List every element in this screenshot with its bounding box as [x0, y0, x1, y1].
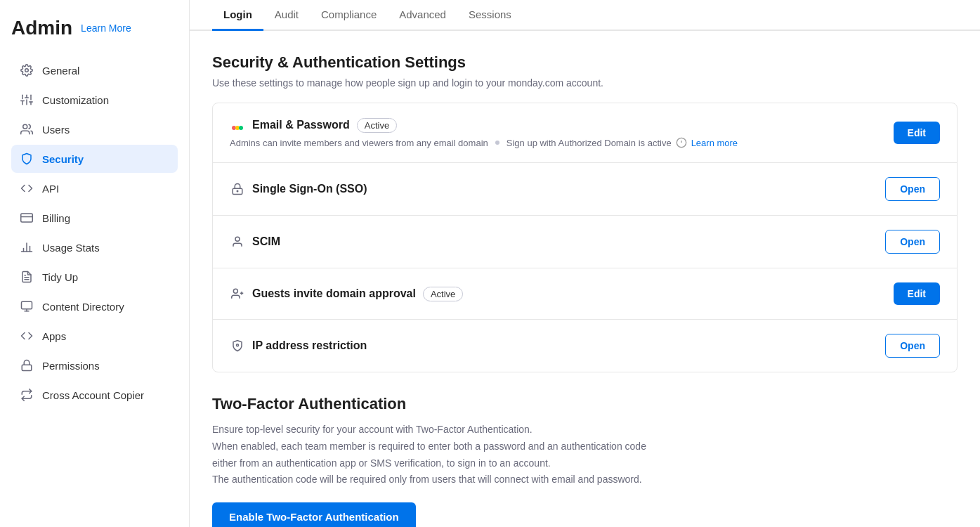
separator-dot [495, 141, 499, 145]
sidebar-item-customization[interactable]: Customization [11, 86, 178, 114]
open-scim-button[interactable]: Open [885, 230, 940, 254]
edit-guests-invite-button[interactable]: Edit [894, 282, 940, 305]
settings-row-left-sso: Single Sign-On (SSO) [230, 181, 885, 197]
gear-icon [20, 63, 34, 77]
sidebar-item-label-cross-account-copier: Cross Account Copier [42, 389, 144, 401]
content-area: Security & Authentication Settings Use t… [190, 31, 980, 527]
credit-card-icon [20, 211, 34, 225]
main-content: Login Audit Compliance Advanced Sessions… [190, 0, 980, 527]
guests-invite-icon [230, 286, 245, 301]
open-ip-restriction-button[interactable]: Open [885, 334, 940, 358]
settings-row-guests-invite: Guests invite domain approval Active Edi… [213, 268, 957, 320]
sidebar-item-users[interactable]: Users [11, 115, 178, 143]
sidebar-item-label-apps: Apps [42, 330, 66, 342]
settings-row-scim: SCIM Open [213, 216, 957, 268]
scim-title-group: SCIM [230, 234, 885, 249]
tab-login[interactable]: Login [212, 0, 263, 31]
svg-point-30 [237, 190, 238, 192]
settings-row-left-scim: SCIM [230, 234, 885, 249]
sidebar-item-usage-stats[interactable]: Usage Stats [11, 233, 178, 261]
tabs-nav: Login Audit Compliance Advanced Sessions [190, 0, 980, 31]
settings-row-sso: Single Sign-On (SSO) Open [213, 163, 957, 216]
sidebar-item-cross-account-copier[interactable]: Cross Account Copier [11, 381, 178, 409]
email-password-badge: Active [357, 118, 397, 133]
sso-title: Single Sign-On (SSO) [252, 183, 367, 195]
scim-user-icon [230, 234, 245, 249]
section-title: Security & Authentication Settings [212, 53, 958, 72]
sidebar-learn-more-link[interactable]: Learn More [81, 22, 131, 34]
sidebar-item-apps[interactable]: Apps [11, 322, 178, 350]
shield-icon [20, 152, 34, 166]
sidebar-item-tidy-up[interactable]: Tidy Up [11, 263, 178, 291]
tidy-icon [20, 270, 34, 284]
sidebar-item-security[interactable]: Security [11, 145, 178, 173]
sidebar-item-content-directory[interactable]: Content Directory [11, 292, 178, 320]
ip-restriction-title: IP address restriction [252, 339, 367, 352]
learn-more-link[interactable]: Learn more [691, 138, 738, 148]
sidebar-item-permissions[interactable]: Permissions [11, 351, 178, 379]
settings-card: Email & Password Active Admins can invit… [212, 103, 958, 372]
tab-audit[interactable]: Audit [263, 0, 310, 31]
info-icon [676, 137, 687, 148]
tfa-desc-line4: The authentication code will be required… [212, 471, 958, 488]
tfa-section: Two-Factor Authentication Ensure top-lev… [212, 395, 958, 527]
sidebar-item-label-security: Security [42, 153, 84, 165]
email-password-desc2-text: Sign up with Authorized Domain is active [507, 138, 672, 148]
lock-icon [20, 358, 34, 372]
svg-point-32 [233, 289, 237, 293]
guests-invite-title: Guests invite domain approval [252, 287, 416, 300]
settings-row-ip-restriction: IP address restriction Open [213, 320, 957, 372]
email-password-desc: Admins can invite members and viewers fr… [230, 137, 894, 148]
sidebar-item-general[interactable]: General [11, 56, 178, 84]
tab-sessions[interactable]: Sessions [457, 0, 523, 31]
tfa-desc: Ensure top-level security for your accou… [212, 422, 958, 488]
sidebar-item-label-general: General [42, 65, 79, 77]
guests-invite-badge: Active [423, 287, 463, 301]
email-password-title-group: Email & Password Active [230, 117, 894, 133]
users-icon [20, 122, 34, 136]
svg-point-25 [239, 126, 243, 130]
sidebar-item-label-usage-stats: Usage Stats [42, 242, 100, 254]
edit-email-password-button[interactable]: Edit [894, 122, 940, 144]
chart-icon [20, 240, 34, 254]
sso-lock-icon [230, 181, 245, 197]
svg-point-31 [235, 237, 240, 241]
sidebar-item-label-tidy-up: Tidy Up [42, 271, 78, 283]
sliders-icon [20, 93, 34, 107]
guests-invite-title-group: Guests invite domain approval Active [230, 286, 894, 301]
tab-compliance[interactable]: Compliance [310, 0, 388, 31]
tfa-desc-line3: either from an authentication app or SMS… [212, 455, 958, 472]
svg-rect-22 [22, 365, 32, 370]
svg-point-0 [25, 69, 29, 72]
arrows-icon [20, 388, 34, 402]
sidebar-item-api[interactable]: API [11, 174, 178, 202]
svg-point-10 [23, 124, 27, 129]
settings-row-email-password: Email & Password Active Admins can invit… [213, 103, 957, 163]
content-directory-icon [20, 299, 34, 313]
tfa-desc-line2: When enabled, each team member is requir… [212, 438, 958, 455]
email-password-title: Email & Password [252, 119, 350, 131]
sidebar-item-label-customization: Customization [42, 94, 109, 106]
svg-rect-19 [22, 301, 32, 309]
api-icon [20, 181, 34, 195]
sidebar-item-label-permissions: Permissions [42, 360, 100, 372]
sidebar-item-label-users: Users [42, 124, 70, 136]
tfa-title: Two-Factor Authentication [212, 395, 958, 413]
sidebar-header: Admin Learn More [11, 17, 178, 39]
settings-row-left-guests-invite: Guests invite domain approval Active [230, 286, 894, 301]
ip-restriction-icon [230, 338, 245, 353]
svg-rect-11 [21, 214, 33, 222]
sidebar-item-label-api: API [42, 183, 59, 195]
scim-title: SCIM [252, 235, 280, 248]
svg-point-35 [237, 344, 239, 346]
sidebar-item-label-content-directory: Content Directory [42, 301, 124, 313]
enable-tfa-button[interactable]: Enable Two-Factor Authentication [212, 502, 416, 527]
section-desc: Use these settings to manage how people … [212, 77, 958, 89]
sso-title-group: Single Sign-On (SSO) [230, 181, 885, 197]
monday-logo-icon [230, 117, 245, 133]
ip-restriction-title-group: IP address restriction [230, 338, 885, 353]
tab-advanced[interactable]: Advanced [388, 0, 457, 31]
open-sso-button[interactable]: Open [885, 177, 940, 201]
sidebar-item-label-billing: Billing [42, 212, 70, 224]
sidebar-item-billing[interactable]: Billing [11, 204, 178, 232]
